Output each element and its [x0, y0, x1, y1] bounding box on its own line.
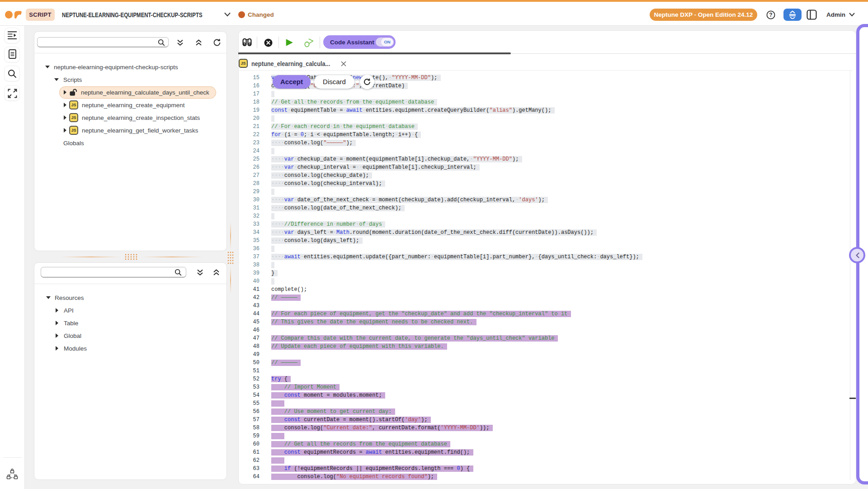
svg-text:?: ? [769, 12, 772, 18]
